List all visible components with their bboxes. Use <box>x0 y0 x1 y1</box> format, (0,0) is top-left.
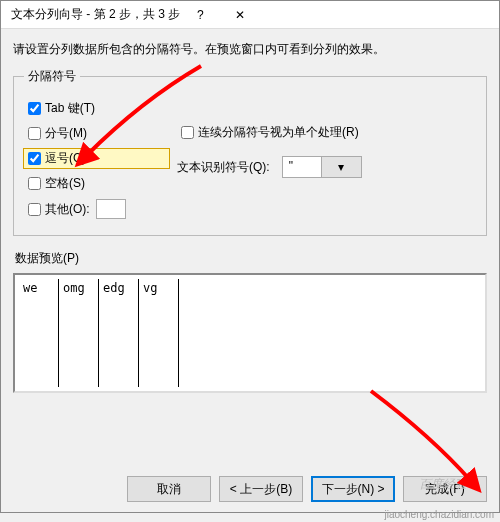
finish-button[interactable]: 完成(F) <box>403 476 487 502</box>
delimiter-other-checkbox[interactable] <box>28 203 41 216</box>
delimiter-other[interactable]: 其他(O): <box>24 199 169 219</box>
delimiter-space[interactable]: 空格(S) <box>24 174 169 193</box>
text-qualifier-label: 文本识别符号(Q): <box>177 159 270 176</box>
button-row: 取消 < 上一步(B) 下一步(N) > 完成(F) <box>127 476 487 502</box>
help-button[interactable]: ? <box>180 3 220 27</box>
delimiter-tab-label: Tab 键(T) <box>45 100 95 117</box>
dialog-title: 文本分列向导 - 第 2 步，共 3 步 <box>11 6 180 23</box>
delimiters-legend: 分隔符号 <box>24 68 80 85</box>
delimiter-comma[interactable]: 逗号(C) <box>24 149 169 168</box>
delimiter-comma-checkbox[interactable] <box>28 152 41 165</box>
preview-column: omg <box>59 279 99 387</box>
delimiter-space-label: 空格(S) <box>45 175 85 192</box>
close-button[interactable]: ✕ <box>220 3 260 27</box>
back-button[interactable]: < 上一步(B) <box>219 476 303 502</box>
delimiter-semicolon-label: 分号(M) <box>45 125 87 142</box>
titlebar: 文本分列向导 - 第 2 步，共 3 步 ? ✕ <box>1 1 499 29</box>
delimiter-semicolon-checkbox[interactable] <box>28 127 41 140</box>
delimiter-comma-label: 逗号(C) <box>45 150 86 167</box>
treat-consecutive-checkbox[interactable] <box>181 126 194 139</box>
wizard-dialog: 文本分列向导 - 第 2 步，共 3 步 ? ✕ 请设置分列数据所包含的分隔符号… <box>0 0 500 513</box>
delimiter-other-label: 其他(O): <box>45 201 90 218</box>
cancel-button[interactable]: 取消 <box>127 476 211 502</box>
preview-column: edg <box>99 279 139 387</box>
text-qualifier-combo[interactable]: " ▾ <box>282 156 362 178</box>
preview-column: vg <box>139 279 179 387</box>
delimiter-tab[interactable]: Tab 键(T) <box>24 99 169 118</box>
delimiter-other-input[interactable] <box>96 199 126 219</box>
description-text: 请设置分列数据所包含的分隔符号。在预览窗口内可看到分列的效果。 <box>13 41 487 58</box>
preview-box: weomgedgvg <box>13 273 487 393</box>
chevron-down-icon: ▾ <box>321 157 361 177</box>
preview-column: we <box>19 279 59 387</box>
delimiter-tab-checkbox[interactable] <box>28 102 41 115</box>
next-button[interactable]: 下一步(N) > <box>311 476 395 502</box>
text-qualifier-value: " <box>283 157 322 177</box>
footer-url: jiaocheng.chazidian.com <box>384 509 494 520</box>
preview-label: 数据预览(P) <box>15 250 487 267</box>
treat-consecutive-label: 连续分隔符号视为单个处理(R) <box>198 124 359 141</box>
delimiter-semicolon[interactable]: 分号(M) <box>24 124 169 143</box>
treat-consecutive[interactable]: 连续分隔符号视为单个处理(R) <box>177 123 476 142</box>
dialog-content: 请设置分列数据所包含的分隔符号。在预览窗口内可看到分列的效果。 分隔符号 Tab… <box>1 29 499 393</box>
close-icon: ✕ <box>235 8 245 22</box>
delimiter-space-checkbox[interactable] <box>28 177 41 190</box>
delimiters-group: 分隔符号 Tab 键(T) 分号(M) 逗号(C) <box>13 68 487 236</box>
